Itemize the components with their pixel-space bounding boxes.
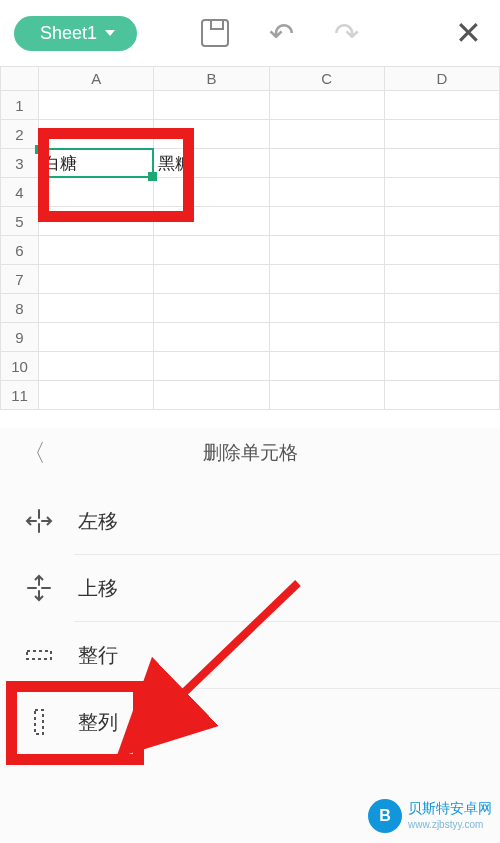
row-header-4[interactable]: 4 (1, 178, 39, 207)
cell-A11[interactable] (39, 381, 154, 410)
cell-A5[interactable] (39, 207, 154, 236)
cell-D2[interactable] (384, 120, 499, 149)
selection-handle-tl-icon[interactable] (35, 145, 44, 154)
cell-D11[interactable] (384, 381, 499, 410)
cell-C10[interactable] (269, 352, 384, 381)
cell-A2[interactable] (39, 120, 154, 149)
panel-title: 删除单元格 (0, 440, 500, 466)
option-shift-left[interactable]: 左移 (0, 488, 500, 554)
cell-B4[interactable] (154, 178, 269, 207)
row-header-9[interactable]: 9 (1, 323, 39, 352)
col-header-C[interactable]: C (269, 67, 384, 91)
cell-A7[interactable] (39, 265, 154, 294)
cell-C3[interactable] (269, 149, 384, 178)
col-header-D[interactable]: D (384, 67, 499, 91)
cell-C7[interactable] (269, 265, 384, 294)
cell-B1[interactable] (154, 91, 269, 120)
top-toolbar: Sheet1 ↶ ↷ ✕ (0, 0, 500, 66)
cell-D5[interactable] (384, 207, 499, 236)
cell-A10[interactable] (39, 352, 154, 381)
cell-D1[interactable] (384, 91, 499, 120)
cell-value: 白糖 (43, 154, 77, 173)
row-header-11[interactable]: 11 (1, 381, 39, 410)
option-label: 上移 (78, 575, 118, 602)
cell-B5[interactable] (154, 207, 269, 236)
option-label: 整行 (78, 642, 118, 669)
cell-C4[interactable] (269, 178, 384, 207)
row-header-3[interactable]: 3 (1, 149, 39, 178)
option-label: 整列 (78, 709, 118, 736)
shift-left-icon (24, 506, 54, 536)
watermark-url: www.zjbstyy.com (408, 819, 483, 830)
shift-up-icon (24, 573, 54, 603)
cell-C9[interactable] (269, 323, 384, 352)
cell-D9[interactable] (384, 323, 499, 352)
cell-A3[interactable]: 白糖 (39, 149, 154, 178)
row-header-5[interactable]: 5 (1, 207, 39, 236)
save-icon[interactable] (201, 19, 229, 47)
option-shift-up[interactable]: 上移 (0, 555, 500, 621)
cell-D7[interactable] (384, 265, 499, 294)
option-entire-column[interactable]: 整列 (0, 689, 500, 755)
row-header-6[interactable]: 6 (1, 236, 39, 265)
cell-B2[interactable] (154, 120, 269, 149)
corner-cell[interactable] (1, 67, 39, 91)
row-header-7[interactable]: 7 (1, 265, 39, 294)
watermark: B 贝斯特安卓网 www.zjbstyy.com (368, 799, 492, 833)
row-header-1[interactable]: 1 (1, 91, 39, 120)
col-header-A[interactable]: A (39, 67, 154, 91)
cell-C5[interactable] (269, 207, 384, 236)
cell-D10[interactable] (384, 352, 499, 381)
row-header-2[interactable]: 2 (1, 120, 39, 149)
cell-A4[interactable] (39, 178, 154, 207)
col-header-B[interactable]: B (154, 67, 269, 91)
option-entire-row[interactable]: 整行 (0, 622, 500, 688)
watermark-name: 贝斯特安卓网 (408, 801, 492, 816)
row-header-8[interactable]: 8 (1, 294, 39, 323)
sheet-tab[interactable]: Sheet1 (14, 16, 137, 51)
entire-row-icon (24, 640, 54, 670)
close-icon[interactable]: ✕ (455, 14, 482, 52)
cell-B10[interactable] (154, 352, 269, 381)
cell-A6[interactable] (39, 236, 154, 265)
cell-A1[interactable] (39, 91, 154, 120)
cell-D4[interactable] (384, 178, 499, 207)
selection-handle-br-icon[interactable] (148, 172, 157, 181)
svg-rect-8 (35, 710, 43, 734)
cell-B7[interactable] (154, 265, 269, 294)
cell-value: 黑糖 (158, 154, 192, 173)
cell-C2[interactable] (269, 120, 384, 149)
cell-A8[interactable] (39, 294, 154, 323)
option-label: 左移 (78, 508, 118, 535)
cell-B9[interactable] (154, 323, 269, 352)
cell-A9[interactable] (39, 323, 154, 352)
cell-B11[interactable] (154, 381, 269, 410)
spreadsheet: A B C D 1 2 3 白糖 黑糖 4 5 6 7 8 9 (0, 66, 500, 428)
cell-C1[interactable] (269, 91, 384, 120)
cell-B6[interactable] (154, 236, 269, 265)
cell-C6[interactable] (269, 236, 384, 265)
cell-B8[interactable] (154, 294, 269, 323)
row-header-10[interactable]: 10 (1, 352, 39, 381)
cell-C11[interactable] (269, 381, 384, 410)
watermark-logo-icon: B (368, 799, 402, 833)
cell-D3[interactable] (384, 149, 499, 178)
svg-rect-7 (27, 651, 51, 659)
cell-D6[interactable] (384, 236, 499, 265)
chevron-down-icon (105, 30, 115, 36)
cell-B3[interactable]: 黑糖 (154, 149, 269, 178)
sheet-tab-label: Sheet1 (40, 23, 97, 44)
undo-icon[interactable]: ↶ (269, 16, 294, 51)
redo-icon[interactable]: ↷ (334, 16, 359, 51)
delete-cell-panel: 〈 删除单元格 左移 上移 整行 (0, 428, 500, 843)
cell-C8[interactable] (269, 294, 384, 323)
entire-column-icon (24, 707, 54, 737)
cell-D8[interactable] (384, 294, 499, 323)
